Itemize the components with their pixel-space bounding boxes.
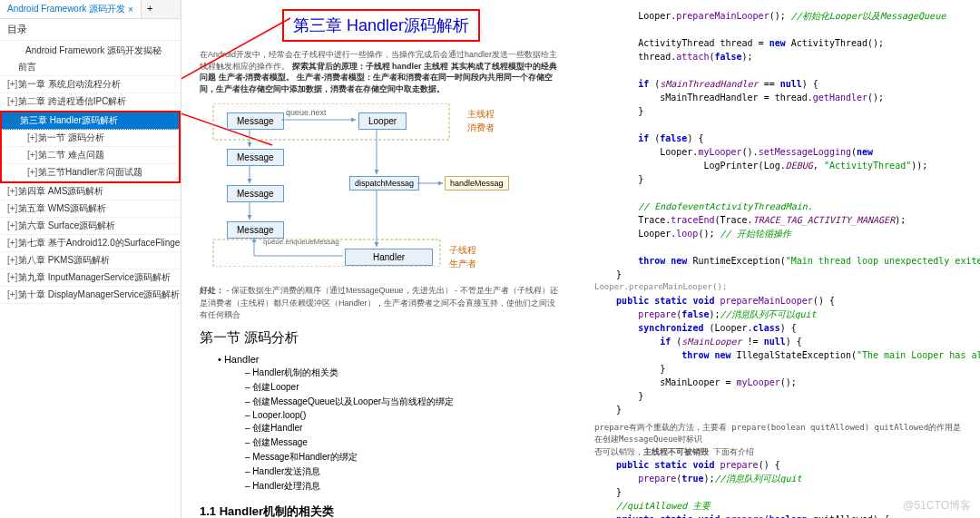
code-pane[interactable]: Looper.prepareMainLooper(); //初始化Looper以…	[581, 0, 980, 518]
toc-item[interactable]: [+]第三节Handler常问面试题	[2, 164, 179, 181]
toc-item[interactable]: [+]第一节 源码分析	[2, 130, 179, 147]
toc-item[interactable]: [+]第四章 AMS源码解析	[0, 183, 181, 200]
code-line: Looper.loop(); // 开始轮循操作	[594, 227, 966, 240]
code-line: // EndofeventActivityThreadMain.	[594, 200, 966, 213]
code-line: sMainLooper = myLooper();	[594, 376, 966, 389]
code-line: Looper.prepareMainLooper(); //初始化Looper以…	[594, 9, 966, 23]
watermark: @51CTO博客	[903, 498, 971, 513]
code-note: prepare有两个重载的方法，主要看 prepare(boolean quit…	[594, 422, 966, 459]
chapter-title: 第三章 Handler源码解析	[282, 9, 480, 42]
diagram: Message Message Message Message Looper H…	[200, 103, 563, 267]
tab-label: Android Framework 源码开发	[7, 3, 125, 15]
section-1-title: 第一节 源码分析	[200, 329, 563, 347]
code-line: }	[594, 104, 966, 118]
code-line: throw new RuntimeException("Main thread …	[594, 254, 966, 268]
code-line: if (sMainLooper != null) {	[594, 335, 966, 348]
code-line: }	[594, 172, 966, 186]
bullet-item: 创建Handler	[245, 422, 563, 435]
svg-rect-12	[213, 239, 440, 267]
toc-item[interactable]: [+]第十章 DisplayManagerService源码解析	[0, 287, 181, 304]
bullet-item: 创建Looper	[245, 381, 563, 394]
code-line: Looper.myLooper().setMessageLogging(new	[594, 145, 966, 159]
svg-rect-11	[213, 103, 449, 140]
toc-tree: Android Framework 源码开发揭秘前言[+]第一章 系统启动流程分…	[0, 41, 181, 306]
code-line: ActivityThread thread = new ActivityThre…	[594, 36, 966, 50]
code-note: Looper.prepareMainLooper();	[594, 281, 966, 294]
toc-item[interactable]: [−]第三章 Handler源码解析	[2, 112, 179, 130]
bullet-item: Handler处理消息	[245, 480, 563, 493]
code-line: throw new IllegalStateException("The mai…	[594, 348, 966, 362]
benefit-text: 好处： - 保证数据生产消费的顺序（通过MessageQueue，先进先出） -…	[200, 285, 563, 322]
code-line: thread.attach(false);	[594, 50, 966, 64]
sidebar: Android Framework 源码开发 × + 目录 Android Fr…	[0, 0, 181, 518]
bullet-item: Message和Handler的绑定	[245, 451, 563, 464]
bullet-handler: • Handler	[218, 354, 563, 365]
code-line: }	[594, 403, 966, 416]
code-line: }	[594, 268, 966, 281]
intro-paragraph: 在Android开发中，经常会在子线程中进行一些操作，当操作完成后会通过hand…	[200, 49, 563, 94]
toc-item[interactable]: 前言	[0, 59, 181, 76]
document-pane[interactable]: 第三章 Handler源码解析 在Android开发中，经常会在子线程中进行一些…	[181, 0, 581, 518]
code-line: }	[594, 485, 966, 499]
code-line: prepare(false);//消息队列不可以quit	[594, 308, 966, 321]
toc-item[interactable]: [+]第七章 基于Android12.0的SurfaceFlinger源	[0, 235, 181, 252]
tab-bar: Android Framework 源码开发 × +	[0, 0, 181, 19]
toc-item[interactable]: [+]第五章 WMS源码解析	[0, 200, 181, 218]
code-line: public static void prepare() {	[594, 458, 966, 472]
toc-item[interactable]: Android Framework 源码开发揭秘	[0, 43, 181, 59]
bullet-item: Looper.loop()	[245, 410, 563, 420]
toc-item[interactable]: [+]第八章 PKMS源码解析	[0, 252, 181, 269]
toc-title: 目录	[0, 19, 181, 41]
code-line: if (false) {	[594, 132, 966, 145]
code-line: }	[594, 362, 966, 376]
new-tab-button[interactable]: +	[142, 0, 158, 18]
tab-active[interactable]: Android Framework 源码开发 ×	[0, 0, 142, 18]
close-icon[interactable]: ×	[128, 5, 133, 15]
code-line: public static void prepareMainLooper() {	[594, 294, 966, 308]
toc-item[interactable]: [+]第九章 InputManagerService源码解析	[0, 269, 181, 287]
toc-item[interactable]: [+]第六章 Surface源码解析	[0, 218, 181, 235]
bullet-item: 创建Message	[245, 436, 563, 449]
code-line: sMainThreadHandler = thread.getHandler()…	[594, 91, 966, 104]
diagram-lines	[200, 103, 526, 267]
toc-item[interactable]: [+]第一章 系统启动流程分析	[0, 76, 181, 93]
code-line: }	[594, 389, 966, 403]
code-line: if (sMainThreadHandler == null) {	[594, 77, 966, 91]
bullet-item: Handler发送消息	[245, 465, 563, 478]
content-area: 第三章 Handler源码解析 在Android开发中，经常会在子线程中进行一些…	[181, 0, 980, 518]
section-1-1-title: 1.1 Handler机制的相关类	[200, 503, 563, 518]
code-line: LogPrinter(Log.DEBUG, "ActivityThread"))…	[594, 159, 966, 172]
code-line: synchronized (Looper.class) {	[594, 321, 966, 335]
bullet-item: Handler机制的相关类	[245, 367, 563, 379]
bullet-item: 创建MessageQueue以及Looper与当前线程的绑定	[245, 396, 563, 408]
code-line: prepare(true);//消息队列可以quit	[594, 472, 966, 485]
code-line: Trace.traceEnd(Trace.TRACE_TAG_ACTIVITY_…	[594, 213, 966, 227]
toc-item[interactable]: [+]第二章 跨进程通信IPC解析	[0, 93, 181, 111]
toc-item[interactable]: [+]第二节 难点问题	[2, 147, 179, 164]
